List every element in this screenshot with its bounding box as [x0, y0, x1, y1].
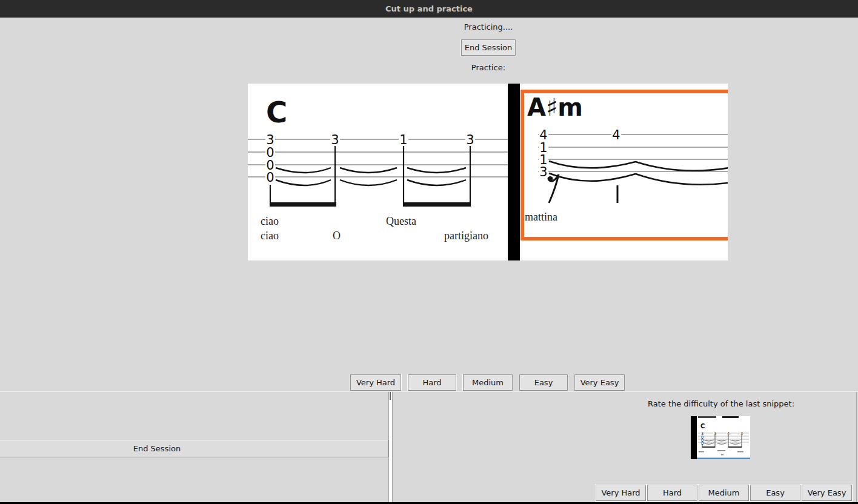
very-hard-label: Very Hard: [356, 378, 395, 387]
easy-label: Easy: [766, 488, 785, 497]
rate-difficulty-prompt: Rate the difficulty of the last snippet:: [648, 399, 794, 408]
pane-divider-vertical[interactable]: [388, 392, 393, 502]
snippet-right: A♯m 4 4 1 1 3: [522, 91, 728, 239]
end-session-wide-button[interactable]: End Session: [0, 440, 388, 457]
lyric-text: mattina: [525, 211, 557, 223]
lyric-text: ciao: [261, 230, 279, 242]
very-easy-button-bottom[interactable]: Very Easy: [802, 485, 852, 501]
titlebar: Cut up and practice: [0, 0, 858, 18]
thumbnail-graphic: C 3 3 4 3 0 0 0: [691, 416, 750, 459]
medium-label: Medium: [708, 488, 740, 497]
very-easy-label: Very Easy: [580, 378, 619, 387]
end-session-button[interactable]: End Session: [461, 39, 516, 56]
end-session-wide-label: End Session: [0, 444, 314, 453]
window-title: Cut up and practice: [385, 4, 473, 13]
easy-button-bottom[interactable]: Easy: [750, 485, 800, 501]
difficulty-row-bottom: Very Hard Hard Medium Easy Very Easy: [596, 485, 852, 501]
fret-number: 3: [331, 133, 339, 147]
fret-number: 3: [539, 165, 547, 179]
snippet-left: C 3 3 1 3 0 0 0: [248, 95, 508, 242]
pane-divider-handle[interactable]: [390, 392, 391, 400]
easy-label: Easy: [534, 378, 553, 387]
medium-button-bottom[interactable]: Medium: [699, 485, 749, 501]
very-hard-label: Very Hard: [601, 488, 640, 497]
chord-label: A♯m: [527, 93, 583, 121]
very-easy-button[interactable]: Very Easy: [574, 374, 625, 391]
lyric-text: O: [333, 230, 341, 242]
hard-button[interactable]: Hard: [408, 374, 456, 391]
fret-number: 3: [466, 133, 474, 147]
status-label: Practicing....: [464, 22, 513, 31]
easy-button[interactable]: Easy: [519, 374, 568, 391]
snippet-separator-bar: [508, 84, 520, 260]
very-easy-label: Very Easy: [808, 488, 846, 497]
medium-button[interactable]: Medium: [463, 374, 513, 391]
hard-button-bottom[interactable]: Hard: [647, 485, 697, 501]
pane-divider-horizontal-highlight: [0, 391, 858, 392]
thumbnail-accent-underline: [697, 458, 750, 460]
hard-label: Hard: [663, 488, 682, 497]
thumbnail-chord-label: C: [700, 423, 705, 429]
medium-label: Medium: [472, 378, 504, 387]
lyric-text: ciao: [261, 215, 279, 227]
very-hard-button-bottom[interactable]: Very Hard: [596, 485, 646, 501]
practice-label: Practice:: [471, 63, 505, 72]
chord-label: C: [266, 95, 287, 129]
very-hard-button[interactable]: Very Hard: [350, 374, 401, 391]
lyric-text: Questa: [386, 215, 416, 227]
difficulty-row-main: Very Hard Hard Medium Easy Very Easy: [350, 374, 625, 391]
right-pane-edge: [856, 392, 857, 502]
practice-snippet-image: C 3 3 1 3 0 0 0: [248, 84, 728, 260]
fret-number: 1: [399, 133, 407, 147]
app-window: Cut up and practice Practicing.... End S…: [0, 0, 858, 504]
hard-label: Hard: [422, 378, 441, 387]
end-session-button-label: End Session: [465, 43, 512, 52]
lyric-text: partigiano: [444, 230, 488, 242]
eighth-rest-glyph: [548, 174, 559, 203]
fret-number: 0: [266, 170, 274, 185]
last-snippet-thumbnail: C 3 3 4 3 0 0 0: [691, 416, 750, 459]
fret-number: 4: [612, 128, 620, 142]
tablature-graphic: C 3 3 1 3 0 0 0: [248, 84, 728, 260]
